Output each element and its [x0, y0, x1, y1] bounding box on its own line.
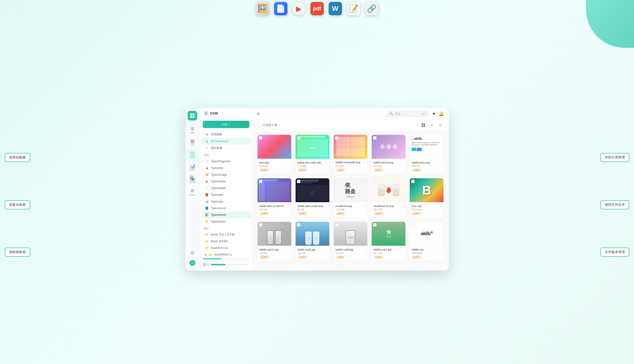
file-checkbox[interactable] — [411, 136, 414, 140]
file-card-modifined[interactable]: 依路走 会者之乐 modifined.png ··· 2.29 MB 品牌VI — [333, 178, 368, 218]
bell-icon[interactable]: 🔔 — [439, 111, 444, 116]
nav-type-video[interactable]: ▶ Types/video — [201, 178, 251, 185]
nav-type-fragment[interactable]: 📄 Types/fragment — [201, 158, 251, 165]
annotation-tag-search: 按标签检索 — [5, 248, 30, 257]
nav-type-pdf[interactable]: 📕 Types/pdf — [201, 192, 251, 198]
sidebar-item-analytics[interactable]: 📊 Analy... — [186, 162, 199, 173]
nav-type-excel[interactable]: 📗 Types/excel — [201, 212, 251, 218]
content-header: ≡ 🔍 搜索... ⌘K ☀ 🔔 — [253, 108, 449, 120]
nav-collection-release[interactable]: 📁 Baklib发布日志 — [201, 245, 251, 252]
settings-icon: ⚙ — [190, 250, 194, 255]
more-button[interactable]: ··· — [325, 204, 327, 208]
more-button[interactable]: ··· — [287, 248, 289, 252]
sidebar-item-apps[interactable]: ⊞ Apps — [186, 124, 199, 136]
file-checkbox[interactable] — [297, 136, 300, 140]
sort-button[interactable]: ≡ — [429, 122, 435, 128]
more-button[interactable]: ··· — [287, 160, 289, 164]
nav-type-audio[interactable]: ♪ Types/audio — [201, 185, 251, 192]
add-button[interactable]: Add › — [203, 121, 249, 128]
kb-icon: ▦ — [190, 138, 195, 144]
more-button[interactable]: ··· — [287, 204, 289, 208]
file-card-cup6[interactable]: baklib baklib-cup6.jpg ··· 112 KB 品牌VI — [333, 222, 368, 261]
file-checkbox[interactable] — [411, 180, 414, 183]
more-button[interactable]: ··· — [363, 160, 365, 164]
top-icon-docs: 📄 — [274, 2, 287, 15]
file-checkbox[interactable] — [259, 180, 262, 183]
file-card-icon-svg[interactable]: B icon.svg ··· 752 Bytes 品牌VI — [409, 178, 444, 218]
top-icon-image: 🖼️ — [256, 2, 269, 15]
file-checkbox[interactable] — [297, 180, 300, 183]
more-button[interactable]: ··· — [401, 160, 404, 164]
nav-item-all-resources[interactable]: ◈ All Resources — [201, 138, 251, 144]
file-card-hero2[interactable]: baklib-hero2.png ··· 317 KB 品牌VI — [371, 134, 406, 174]
more-button[interactable]: ··· — [439, 204, 442, 208]
word-icon: 📘 — [205, 206, 209, 210]
more-button[interactable]: ··· — [325, 248, 327, 252]
file-card-low-code[interactable]: Baklib baklib-low-code-editor.... ··· 1.… — [295, 134, 330, 174]
more-button[interactable]: ··· — [439, 160, 442, 164]
file-card-dam-screen[interactable]: baklib-dam-screen-861.... ··· 919 KB 品牌V… — [257, 178, 292, 218]
trash-icon[interactable]: 🗑 — [203, 262, 206, 267]
more-button[interactable]: ··· — [325, 160, 327, 164]
file-card-baklib-hero[interactable]: Baklib. digital content experience scale… — [409, 134, 444, 174]
menu-icon[interactable]: ≡ — [257, 111, 260, 116]
file-checkbox[interactable] — [335, 180, 338, 183]
file-info: baklib-cup11.jpg ··· 207 KB 品牌VI — [258, 246, 291, 261]
top-icon-wrap-pdf: pdf — [310, 2, 324, 15]
sidebar-item-market[interactable]: 🏪 Market — [186, 174, 199, 186]
main-window: ⊞ Apps ▦ KB ◫ DAM 📊 Analy... 🏪 Market ⚙ … — [185, 108, 449, 270]
file-preview-hero — [258, 135, 291, 159]
file-checkbox[interactable] — [373, 223, 376, 226]
sort-icon: ≡ — [431, 123, 433, 127]
file-checkbox[interactable] — [259, 223, 262, 226]
nav-type-word[interactable]: 📘 Types/word — [201, 205, 251, 212]
nav-type-link[interactable]: ◀ Types/link — [201, 165, 251, 171]
more-button[interactable]: ··· — [363, 248, 365, 252]
file-card-cup11[interactable]: b b baklib-cup11.jpg ··· 207 KB — [257, 222, 292, 261]
delete-icon[interactable]: ⎚ — [206, 262, 209, 267]
file-card-cup5[interactable]: b b baklib-cup5.jpg ··· 525 KB — [295, 222, 330, 261]
more-button[interactable]: ··· — [401, 248, 404, 252]
nav-item-dashboard[interactable]: ⊟ 控制面板 — [201, 131, 251, 138]
file-checkbox[interactable] — [373, 136, 376, 140]
more-button[interactable]: ··· — [363, 204, 365, 208]
filter-button[interactable]: ▽ — [437, 122, 444, 128]
sidebar-item-dam[interactable]: ◫ DAM — [186, 149, 199, 160]
app-logo[interactable] — [188, 111, 197, 120]
file-card-baklib-svg[interactable]: aklib baklib.svg ··· 388 Bytes 品牌VI — [409, 222, 444, 261]
sidebar-item-avatar[interactable]: U — [186, 258, 199, 268]
nav-item-favorites[interactable]: ☆ 我的收藏 — [201, 144, 251, 152]
file-card-cup1[interactable]: 知 和合 baklib-cup1.jpg ··· 50.7 KB 品牌VI — [371, 222, 406, 261]
file-card-modifined1[interactable]: b 🍎 b modifined (1).png — [371, 178, 406, 218]
file-checkbox[interactable] — [259, 136, 262, 140]
file-card-dark-mode[interactable]: ◰ baklib-dark-mode.png ··· 83 KB 品牌VI — [295, 178, 330, 218]
more-button[interactable]: ··· — [439, 248, 442, 252]
nav-collection-news[interactable]: 📁 Baklib 新官网2 — [201, 238, 251, 245]
file-checkbox[interactable] — [297, 223, 300, 226]
nav-type-ppt[interactable]: 📊 Types/ppt — [201, 198, 251, 205]
nav-type-image[interactable]: 🖼 Types/image — [201, 171, 251, 178]
top-icon-word: W — [329, 2, 342, 15]
file-card-mockup[interactable]: baklib-mockup的.png ··· 574 KB 品牌VI — [333, 134, 368, 174]
file-preview-cup6: baklib — [334, 222, 367, 246]
more-button[interactable]: ··· — [401, 204, 404, 208]
sun-icon[interactable]: ☀ — [432, 111, 436, 116]
file-preview-icon-svg: B — [410, 178, 444, 202]
top-icon-wrap-word: W — [329, 2, 342, 15]
file-checkbox[interactable] — [335, 223, 338, 226]
file-checkbox[interactable] — [373, 180, 376, 183]
file-card-hero[interactable]: hero.jpg ··· 57.6 KB 品牌VI — [257, 134, 292, 174]
nav-type-other[interactable]: 📁 Types/other — [201, 218, 251, 225]
file-checkbox[interactable] — [335, 136, 338, 140]
file-checkbox[interactable] — [411, 223, 414, 226]
sidebar-item-settings[interactable]: ⚙ — [186, 248, 199, 257]
nav-collection-help[interactable]: ▶ 📁 Baklib帮助中心 — [201, 252, 251, 258]
nav-collection-dev[interactable]: 📁 Baklib 开发人员手册 — [201, 231, 251, 238]
sidebar-item-kb[interactable]: ▦ KB — [186, 137, 199, 148]
search-bar[interactable]: 🔍 搜索... ⌘K — [386, 110, 429, 117]
grid-view-button[interactable] — [420, 122, 427, 128]
dashboard-icon: ⊟ — [205, 132, 209, 136]
sidebar-item-integr[interactable]: ⚙ Integr... — [186, 186, 199, 198]
file-preview-modifined: 依路走 会者之乐 — [334, 178, 367, 202]
select-all-checkbox[interactable] — [257, 124, 261, 127]
